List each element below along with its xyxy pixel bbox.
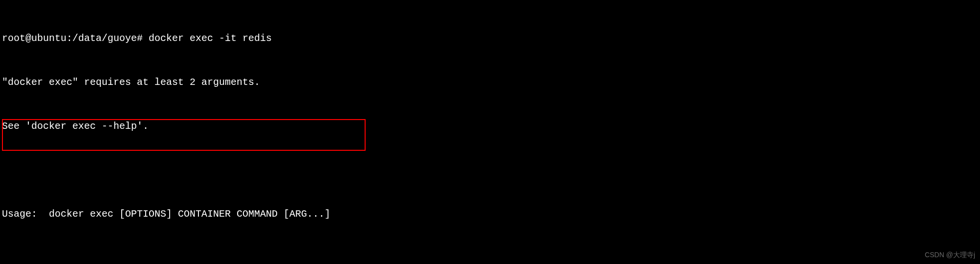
terminal-line: Usage: docker exec [OPTIONS] CONTAINER C… [2,207,978,222]
terminal-line: "docker exec" requires at least 2 argume… [2,75,978,90]
watermark-text: CSDN @大理寺j [925,250,975,260]
terminal-line [2,163,978,178]
terminal-output[interactable]: root@ubuntu:/data/guoye# docker exec -it… [2,2,978,264]
terminal-line: root@ubuntu:/data/guoye# docker exec -it… [2,31,978,46]
terminal-line [2,251,978,264]
terminal-line: See 'docker exec --help'. [2,119,978,134]
